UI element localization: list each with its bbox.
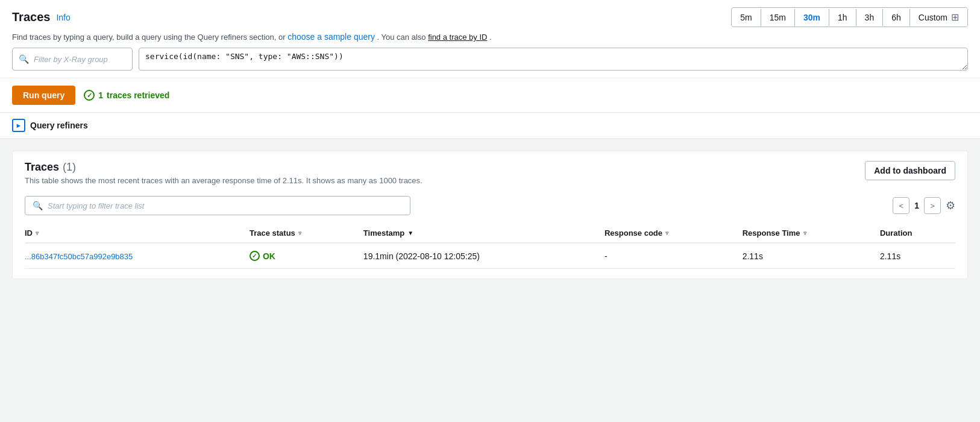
query-refiners-section: ► Query refiners — [0, 113, 980, 139]
desc-text-3: . — [489, 33, 492, 42]
table-header-row: ID ▿ Trace status ▿ Timestamp ▼ — [25, 224, 955, 243]
traces-table-card: Traces (1) This table shows the most rec… — [12, 151, 968, 279]
card-subtitle: This table shows the most recent traces … — [25, 176, 422, 185]
top-bar: Traces Info 5m 15m 30m 1h 3h 6h Custom ⊞… — [0, 0, 980, 78]
action-row: Run query ✓ 1 traces retrieved — [0, 78, 980, 113]
time-btn-3h[interactable]: 3h — [856, 9, 884, 26]
col-header-status: Trace status ▿ — [250, 224, 363, 243]
cell-response-time: 2.11s — [743, 243, 880, 269]
custom-label: Custom — [919, 13, 947, 22]
ok-label: OK — [263, 251, 275, 261]
time-btn-1h[interactable]: 1h — [829, 9, 856, 26]
response-time-sort-icon[interactable]: ▿ — [803, 230, 806, 236]
filter-group[interactable]: 🔍 Filter by X-Ray group — [12, 48, 133, 71]
ok-check-icon: ✓ — [250, 251, 260, 261]
time-btn-6h[interactable]: 6h — [883, 9, 910, 26]
query-refiners-row: ► Query refiners — [12, 119, 968, 132]
col-header-timestamp: Timestamp ▼ — [363, 224, 605, 243]
next-page-button[interactable]: > — [924, 197, 941, 214]
time-btn-30m[interactable]: 30m — [795, 9, 829, 26]
time-btn-5m[interactable]: 5m — [732, 9, 761, 26]
cell-response-code: - — [605, 243, 743, 269]
traces-count: 1 — [98, 90, 103, 100]
col-header-response-code: Response code ▿ — [605, 224, 743, 243]
run-query-button[interactable]: Run query — [12, 86, 75, 105]
filter-trace-placeholder: Start typing to filter trace list — [48, 201, 144, 210]
cell-timestamp: 19.1min (2022-08-10 12:05:25) — [363, 243, 605, 269]
filter-query-row: 🔍 Filter by X-Ray group — [12, 48, 968, 71]
filter-trace-input[interactable]: 🔍 Start typing to filter trace list — [25, 196, 410, 215]
filter-trace-row: 🔍 Start typing to filter trace list < 1 … — [25, 196, 955, 215]
add-to-dashboard-button[interactable]: Add to dashboard — [865, 161, 955, 180]
calendar-icon: ⊞ — [951, 11, 959, 23]
prev-page-button[interactable]: < — [893, 197, 909, 214]
cell-duration: 2.11s — [880, 243, 955, 269]
time-controls: 5m 15m 30m 1h 3h 6h Custom ⊞ — [731, 7, 968, 27]
time-btn-custom[interactable]: Custom ⊞ — [910, 8, 967, 27]
col-header-id: ID ▿ — [25, 224, 250, 243]
desc-text-1: Find traces by typing a query, build a q… — [12, 33, 286, 42]
card-title: Traces — [25, 161, 59, 174]
traces-table: ID ▿ Trace status ▿ Timestamp ▼ — [25, 224, 955, 269]
col-header-response-time: Response Time ▿ — [743, 224, 880, 243]
timestamp-sort-icon[interactable]: ▼ — [407, 230, 413, 236]
cell-status: ✓ OK — [250, 243, 363, 269]
status-sort-icon[interactable]: ▿ — [298, 230, 301, 236]
trace-id-link[interactable]: ...86b347fc50bc57a992e9b835 — [25, 252, 133, 261]
page-title: Traces — [12, 10, 50, 24]
refiners-label: Query refiners — [30, 121, 88, 130]
top-row: Traces Info 5m 15m 30m 1h 3h 6h Custom ⊞ — [12, 7, 968, 27]
cell-id: ...86b347fc50bc57a992e9b835 — [25, 243, 250, 269]
sample-query-link-text[interactable]: choose a sample query — [287, 32, 375, 42]
card-count: (1) — [63, 161, 76, 174]
page-number: 1 — [914, 201, 919, 210]
find-by-id-link[interactable]: find a trace by ID — [428, 33, 487, 42]
ok-badge: ✓ OK — [250, 251, 357, 261]
table-row: ...86b347fc50bc57a992e9b835 ✓ OK 19.1min… — [25, 243, 955, 269]
filter-search-icon: 🔍 — [19, 54, 29, 64]
query-input[interactable] — [139, 48, 968, 71]
title-area: Traces Info — [12, 10, 71, 24]
card-title-area: Traces (1) This table shows the most rec… — [25, 161, 422, 192]
response-code-sort-icon[interactable]: ▿ — [665, 230, 668, 236]
filter-trace-search-icon: 🔍 — [33, 201, 43, 210]
success-check-icon: ✓ — [84, 90, 95, 101]
filter-placeholder: Filter by X-Ray group — [34, 55, 108, 64]
description-row: Find traces by typing a query, build a q… — [12, 32, 968, 42]
id-sort-icon[interactable]: ▿ — [36, 230, 39, 236]
col-header-duration: Duration — [880, 224, 955, 243]
desc-text-2: . You can also — [377, 33, 429, 42]
time-btn-15m[interactable]: 15m — [761, 9, 795, 26]
card-header: Traces (1) This table shows the most rec… — [25, 161, 955, 192]
traces-retrieved-label: traces retrieved — [107, 90, 169, 100]
pagination-controls: < 1 > ⚙ — [893, 197, 955, 214]
main-content: Traces (1) This table shows the most rec… — [0, 139, 980, 291]
table-settings-button[interactable]: ⚙ — [946, 199, 955, 212]
info-link[interactable]: Info — [56, 13, 70, 22]
traces-retrieved-status: ✓ 1 traces retrieved — [84, 90, 169, 101]
expand-refiners-button[interactable]: ► — [12, 119, 25, 132]
